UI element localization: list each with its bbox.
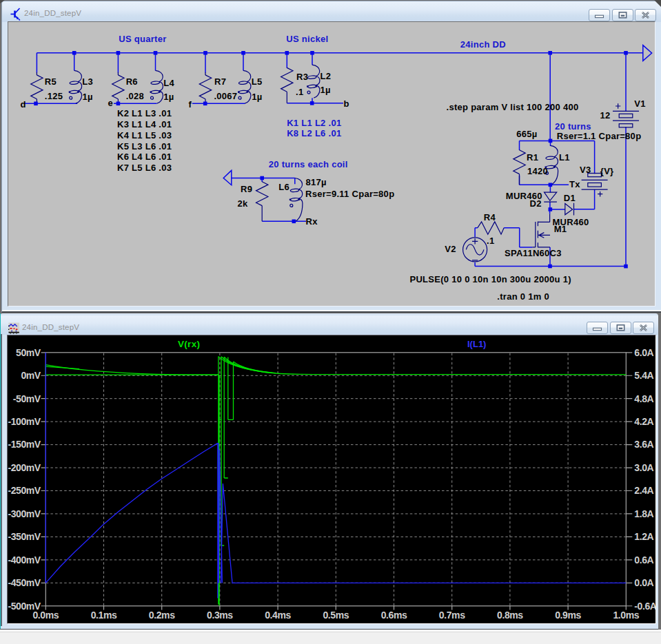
svg-text:4.8A: 4.8A — [634, 393, 653, 404]
svg-text:Rser=1.1 Cpar=80p: Rser=1.1 Cpar=80p — [557, 131, 642, 141]
svg-text:20 turns each coil: 20 turns each coil — [269, 159, 348, 169]
svg-text:.125: .125 — [45, 91, 63, 101]
svg-text:e: e — [108, 98, 114, 108]
svg-text:.028: .028 — [126, 91, 144, 101]
svg-text:V2: V2 — [445, 244, 456, 254]
svg-text:L5: L5 — [252, 76, 263, 87]
svg-text:-450mV: -450mV — [8, 577, 41, 588]
svg-text:R1: R1 — [527, 152, 538, 163]
svg-text:I(L1): I(L1) — [467, 339, 486, 349]
svg-text:1µ: 1µ — [321, 85, 331, 95]
svg-text:K5 L3 L6 .01: K5 L3 L6 .01 — [117, 141, 172, 152]
svg-text:1.0ms: 1.0ms — [613, 609, 639, 619]
svg-text:V(rx): V(rx) — [178, 339, 200, 349]
svg-text:US quarter: US quarter — [119, 34, 166, 44]
svg-text:L1: L1 — [559, 152, 570, 163]
svg-text:5.4A: 5.4A — [634, 370, 653, 381]
svg-text:-300mV: -300mV — [8, 508, 41, 519]
svg-text:0.0ms: 0.0ms — [32, 609, 59, 619]
svg-text:.tran 0 1m 0: .tran 0 1m 0 — [497, 291, 549, 302]
svg-text:24inch DD: 24inch DD — [460, 39, 506, 50]
svg-text:-100mV: -100mV — [8, 415, 41, 426]
svg-text:SPA11N60C3: SPA11N60C3 — [505, 248, 562, 258]
svg-text:K4 L1 L5 .03: K4 L1 L5 .03 — [117, 130, 172, 141]
svg-text:.step param V list 100 200 400: .step param V list 100 200 400 — [447, 102, 579, 112]
svg-text:K2 L1 L3 .01: K2 L1 L3 .01 — [117, 108, 172, 118]
svg-text:-400mV: -400mV — [8, 554, 41, 565]
svg-text:M1: M1 — [554, 224, 567, 234]
svg-text:V1: V1 — [634, 98, 645, 109]
svg-text:R6: R6 — [126, 76, 138, 87]
svg-text:K7 L5 L6 .03: K7 L5 L6 .03 — [117, 163, 172, 173]
svg-text:4.2A: 4.2A — [634, 415, 653, 426]
svg-text:K8 L2 L6 .01: K8 L2 L6 .01 — [287, 128, 341, 138]
svg-text:2k: 2k — [238, 198, 249, 209]
svg-text:0.2ms: 0.2ms — [149, 609, 175, 619]
svg-text:665µ: 665µ — [516, 129, 537, 139]
svg-text:-150mV: -150mV — [8, 439, 41, 450]
svg-text:L3: L3 — [82, 76, 93, 87]
svg-text:50mV: 50mV — [16, 346, 41, 357]
svg-text:K3 L1 L4 .01: K3 L1 L4 .01 — [117, 119, 172, 129]
svg-text:V3: V3 — [580, 165, 591, 175]
svg-text:0.6ms: 0.6ms — [381, 609, 407, 619]
svg-text:d: d — [21, 99, 26, 110]
svg-text:-50mV: -50mV — [13, 393, 41, 404]
svg-text:D1: D1 — [564, 193, 576, 203]
svg-text:R3: R3 — [296, 72, 308, 82]
svg-text:1420: 1420 — [527, 166, 548, 176]
svg-text:0.7ms: 0.7ms — [439, 609, 465, 619]
svg-text:1µ: 1µ — [163, 92, 174, 102]
svg-text:1µ: 1µ — [252, 92, 262, 102]
svg-text:f: f — [189, 99, 192, 110]
svg-text:0.5ms: 0.5ms — [323, 609, 349, 619]
svg-text:-350mV: -350mV — [8, 531, 41, 542]
svg-text:R7: R7 — [214, 76, 226, 87]
svg-text:.0067: .0067 — [214, 91, 237, 101]
svg-text:L4: L4 — [163, 78, 174, 88]
svg-text:0mV: 0mV — [21, 370, 41, 381]
svg-text:L6: L6 — [278, 182, 289, 192]
svg-text:PULSE(0 10 0 10n 10n 300u 2000: PULSE(0 10 0 10n 10n 300u 2000u 1) — [410, 274, 571, 284]
svg-text:0.3ms: 0.3ms — [207, 609, 233, 619]
svg-text:12: 12 — [600, 110, 611, 121]
svg-text:6.0A: 6.0A — [634, 346, 653, 357]
svg-text:R9: R9 — [241, 184, 252, 194]
svg-text:3.0A: 3.0A — [634, 461, 653, 472]
svg-text:Rx: Rx — [306, 216, 318, 227]
svg-text:20 turns: 20 turns — [555, 121, 591, 132]
svg-text:2.4A: 2.4A — [634, 485, 653, 496]
svg-text:K1 L1 L2 .01: K1 L1 L2 .01 — [287, 118, 341, 128]
svg-text:.1: .1 — [487, 236, 494, 246]
svg-text:1.2A: 1.2A — [634, 531, 653, 542]
svg-text:L2: L2 — [321, 71, 332, 81]
svg-text:0.4ms: 0.4ms — [265, 609, 291, 619]
svg-text:D2: D2 — [530, 198, 542, 209]
svg-text:Tx: Tx — [569, 179, 580, 189]
svg-text:0.9ms: 0.9ms — [555, 609, 581, 619]
svg-text:3.6A: 3.6A — [634, 439, 653, 450]
svg-text:K6 L4 L6 .01: K6 L4 L6 .01 — [117, 152, 172, 162]
svg-text:1.8A: 1.8A — [634, 508, 653, 519]
svg-text:0.1ms: 0.1ms — [91, 609, 117, 619]
svg-text:0.8ms: 0.8ms — [497, 609, 523, 619]
svg-text:b: b — [344, 98, 349, 109]
svg-text:Rser=9.11 Cpar=80p: Rser=9.11 Cpar=80p — [305, 189, 394, 199]
svg-text:0.6A: 0.6A — [634, 554, 653, 565]
svg-text:R5: R5 — [45, 76, 57, 87]
svg-text:0.0A: 0.0A — [634, 577, 653, 588]
svg-text:US nickel: US nickel — [286, 34, 328, 44]
svg-text:-250mV: -250mV — [8, 485, 41, 496]
svg-text:{V}: {V} — [600, 166, 614, 176]
svg-text:R4: R4 — [484, 212, 496, 222]
svg-text:817µ: 817µ — [306, 177, 327, 187]
svg-text:-200mV: -200mV — [8, 461, 41, 472]
svg-text:1µ: 1µ — [82, 92, 92, 102]
svg-text:.1: .1 — [296, 87, 303, 97]
